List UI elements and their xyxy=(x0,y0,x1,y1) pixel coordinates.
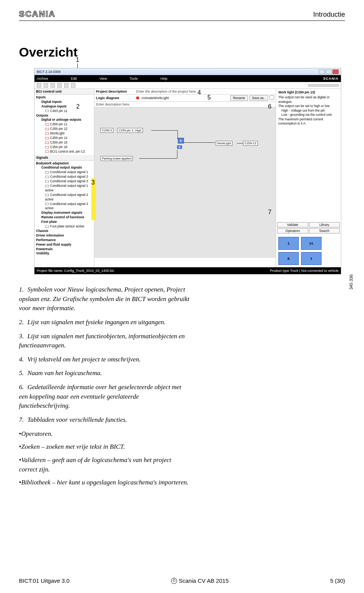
tree-item[interactable]: C259 pin 16 xyxy=(36,145,93,150)
tree-item[interactable]: C259 pin 14 xyxy=(36,136,93,140)
page-footer: BICT:01 Uitgave 3.0 © Scania CV AB 2015 … xyxy=(19,577,345,584)
operator-block[interactable]: 1 xyxy=(278,237,299,250)
tree-item[interactable]: Driver information xyxy=(36,233,93,238)
legend-item: 1. Symbolen voor Nieuw logicaschema, Pro… xyxy=(19,285,190,313)
tree-item[interactable]: Remote control of functions xyxy=(36,215,93,220)
tree-item[interactable]: Inputs xyxy=(36,95,93,100)
status-product: Product type Truck | Not connected to ve… xyxy=(270,269,339,273)
operator-block[interactable]: ≥1 xyxy=(301,237,322,250)
min-icon[interactable] xyxy=(319,69,325,74)
tree-item[interactable]: C259 pin 15 xyxy=(36,140,93,145)
tree-item[interactable]: Powertrain xyxy=(36,247,93,252)
tab-operators[interactable]: Operators xyxy=(277,228,308,233)
tree-item[interactable]: Display instrument signals xyxy=(36,211,93,215)
menu-tools[interactable]: Tools xyxy=(130,77,138,80)
tree-item[interactable]: Conditional output signal 1 active xyxy=(36,184,93,193)
legend-bullet: Operatoren. xyxy=(19,429,190,439)
signals-tree[interactable]: Bodywork adaptationConditional output si… xyxy=(35,161,94,257)
tree-item[interactable]: Conditional output signal 3 active xyxy=(36,202,93,211)
operator-block[interactable]: & xyxy=(278,252,299,265)
toolbar-icon[interactable] xyxy=(50,83,55,88)
info-line: The output can be used as digital or ana… xyxy=(278,95,339,104)
callout-6: 6 xyxy=(268,103,271,110)
menu-help[interactable]: Help xyxy=(160,77,168,80)
tree-item[interactable]: C259 pin 12 xyxy=(36,127,93,131)
toolbar-icon[interactable] xyxy=(71,83,75,88)
tree-item[interactable]: Digital inputs xyxy=(36,100,93,104)
legend-bullet: Valideren – geeft aan of de logicaschema… xyxy=(19,456,190,474)
project-desc-input[interactable] xyxy=(136,90,274,93)
tree-item[interactable]: Conditional output signal 2 xyxy=(36,175,93,179)
io-tree[interactable]: InputsDigital inputsAnalogue inputsC493 … xyxy=(35,95,94,155)
tree-item[interactable]: Foot plate sensor active xyxy=(36,224,93,229)
tree-item[interactable]: Performance xyxy=(36,238,93,243)
node-c259-13[interactable]: C259-13 xyxy=(243,141,258,146)
save-as-button[interactable]: Save as.. xyxy=(249,95,268,101)
project-desc-label: Project description xyxy=(96,90,134,93)
zoom-slider[interactable] xyxy=(308,84,339,87)
node-and-2[interactable]: & xyxy=(177,145,182,149)
tree-item[interactable]: Conditional output signal 2 active xyxy=(36,193,93,202)
diagram-desc-row xyxy=(94,102,276,107)
node-worklight[interactable]: WorkLight xyxy=(216,141,232,146)
tree-item[interactable]: Conditional output signal 3 xyxy=(36,179,93,184)
menu-edit[interactable]: Edit xyxy=(71,77,77,80)
toolbar-icon[interactable] xyxy=(37,83,41,88)
rename-button[interactable]: Rename xyxy=(230,95,248,101)
callout-4: 4 xyxy=(198,89,201,96)
center-panel: Project description Logic diagram Activa… xyxy=(94,89,276,267)
status-dot-icon xyxy=(136,96,139,99)
tab-search[interactable]: Search xyxy=(309,228,340,233)
callout-3: 3 xyxy=(91,179,95,186)
menu-view[interactable]: View xyxy=(100,77,107,80)
node-c259-3[interactable]: C259-3 xyxy=(100,128,113,133)
diagram-name-row: Logic diagram ActivateWorkLight Rename S… xyxy=(94,95,276,102)
tree-item[interactable]: Digital or anlouge outputs xyxy=(36,118,93,122)
callout-7: 7 xyxy=(268,209,271,216)
diagram-desc-input[interactable] xyxy=(96,103,274,106)
tree-item[interactable]: C493 pin 11 xyxy=(36,109,93,114)
tree-item[interactable]: Bodywork adaptation xyxy=(36,161,93,166)
toolbar-icon[interactable] xyxy=(57,83,62,88)
legend-item: 2. Lijst van signalen met fysieke ingang… xyxy=(19,318,190,327)
tree-item[interactable]: Visibility xyxy=(36,251,93,256)
tree-item[interactable]: Foot plate xyxy=(36,220,93,224)
close-icon[interactable] xyxy=(333,69,339,74)
operator-block[interactable]: 1 xyxy=(301,252,322,265)
node-high[interactable]: C259 pin 3, High xyxy=(117,128,143,133)
tree-item[interactable]: Outputs xyxy=(36,114,93,118)
info-line: High - Voltage out from the pin xyxy=(278,109,339,113)
tree-item[interactable]: BCI1 control unit, pin C2 xyxy=(36,150,93,154)
legend-bullet: Zoeken – zoeken met vrije tekst in BICT. xyxy=(19,442,190,452)
header-rule xyxy=(19,21,345,21)
tree-item[interactable]: Analogue inputs xyxy=(36,104,93,109)
tab-library[interactable]: Library xyxy=(309,222,340,227)
lock-icon[interactable] xyxy=(270,95,274,100)
legend-item: 5. Naam van het logicaschema. xyxy=(19,369,190,378)
node-parking-brake[interactable]: Parking brake applied xyxy=(100,156,133,161)
window-title: BICT 2.19.0309 xyxy=(37,70,61,74)
toolbar-icon[interactable] xyxy=(64,83,69,88)
tree-item[interactable]: WorkLight xyxy=(36,131,93,136)
tree-item[interactable]: Conditional output signals xyxy=(36,166,93,170)
copyright-icon: © xyxy=(171,578,177,584)
scania-logo: SCANIA xyxy=(19,9,55,19)
legend-item: 6. Gedetailleerde informatie over het ge… xyxy=(19,383,190,411)
logic-canvas[interactable]: C259-3 C259 pin 3, High & & Parking brak… xyxy=(94,107,276,258)
tab-validate[interactable]: Validate xyxy=(277,222,308,227)
tree-item[interactable]: Power and fluid supply xyxy=(36,243,93,247)
tree-item[interactable]: Conditional output signal 1 xyxy=(36,170,93,175)
max-icon[interactable] xyxy=(326,69,332,74)
diagram-label: Logic diagram xyxy=(96,96,134,100)
right-tabs: Validate Library Operators Search xyxy=(276,221,341,235)
tree-item[interactable]: C259 pin 11 xyxy=(36,122,93,127)
info-line: Low - grounding via the control unit. xyxy=(278,113,339,117)
toolbar xyxy=(35,82,341,89)
menu-archive[interactable]: Archive xyxy=(37,77,48,80)
info-box: Work light (C259 pin 13) The output can … xyxy=(276,89,341,128)
figure-code: 345 336 xyxy=(349,274,353,290)
tree-item[interactable]: Chassis xyxy=(36,229,93,233)
legend-text: 1. Symbolen voor Nieuw logicaschema, Pro… xyxy=(19,285,190,487)
toolbar-icon[interactable] xyxy=(44,83,48,88)
node-and-1[interactable]: & xyxy=(178,138,184,144)
